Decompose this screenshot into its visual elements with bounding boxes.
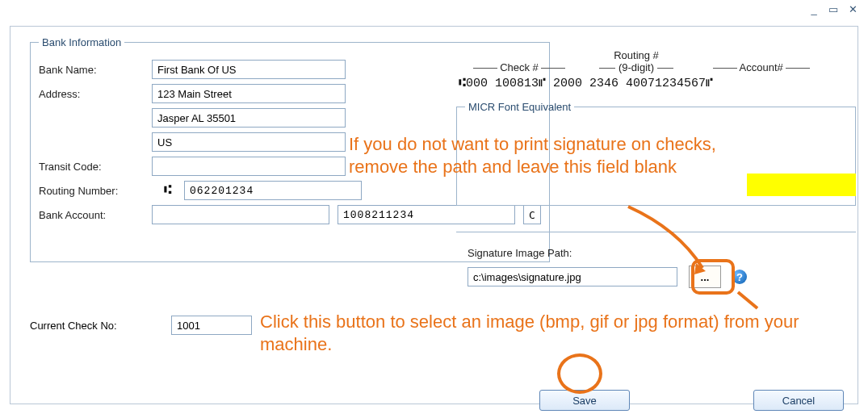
yellow-highlight	[747, 174, 856, 196]
routing-symbol-icon: ⑆	[152, 183, 184, 198]
cancel-button[interactable]: Cancel	[753, 390, 844, 411]
micr-font-legend: MICR Font Equivalent	[465, 101, 574, 113]
window-titlebar: _ ▭ ✕	[799, 0, 868, 18]
signature-group: Signature Image Path: ... ?	[456, 232, 856, 319]
address-line2-input[interactable]	[152, 108, 346, 128]
signature-path-input[interactable]	[468, 267, 677, 286]
browse-button[interactable]: ...	[689, 266, 721, 288]
routing-number-sub-label: (9-digit)	[619, 61, 654, 73]
bank-information-legend: Bank Information	[39, 36, 124, 48]
current-check-input[interactable]	[171, 316, 252, 335]
routing-number-input[interactable]	[184, 181, 362, 200]
help-icon[interactable]: ?	[732, 270, 747, 284]
window-content: Bank Information Bank Name: Address: Tra…	[10, 26, 858, 404]
address-line1-input[interactable]	[152, 84, 346, 103]
bank-name-label: Bank Name:	[39, 64, 152, 76]
bank-account-prefix-input[interactable]	[152, 205, 329, 224]
transit-code-input[interactable]	[152, 157, 346, 176]
signature-path-label: Signature Image Path:	[468, 247, 856, 259]
close-button[interactable]: ✕	[845, 3, 860, 15]
check-number-label: Check #	[500, 61, 539, 73]
micr-header-labels: Check # Routing # (9-digit) Account# ⑆00…	[459, 49, 854, 90]
bank-account-suffix-box: C	[523, 205, 541, 224]
minimize-button[interactable]: _	[807, 3, 821, 15]
micr-sample-line: ⑆000 100813⑈ 2000 2346 40071234567⑈	[459, 77, 854, 90]
maximize-button[interactable]: ▭	[826, 3, 841, 15]
routing-number-header-label: Routing #	[580, 49, 693, 61]
maximize-icon: ▭	[828, 3, 838, 15]
address-line3-input[interactable]	[152, 132, 346, 152]
account-number-label: Account#	[740, 61, 783, 73]
bank-name-input[interactable]	[152, 60, 346, 79]
transit-code-label: Transit Code:	[39, 161, 152, 173]
save-button[interactable]: Save	[539, 390, 630, 411]
minimize-icon: _	[811, 3, 816, 15]
bank-account-input[interactable]	[338, 205, 515, 224]
close-icon: ✕	[849, 3, 858, 15]
routing-number-label: Routing Number:	[39, 185, 152, 197]
bank-account-label: Bank Account:	[39, 209, 152, 221]
address-label: Address:	[39, 88, 152, 100]
current-check-label: Current Check No:	[30, 320, 171, 332]
current-check-row: Current Check No:	[30, 316, 252, 335]
ellipsis-icon: ...	[701, 271, 710, 283]
